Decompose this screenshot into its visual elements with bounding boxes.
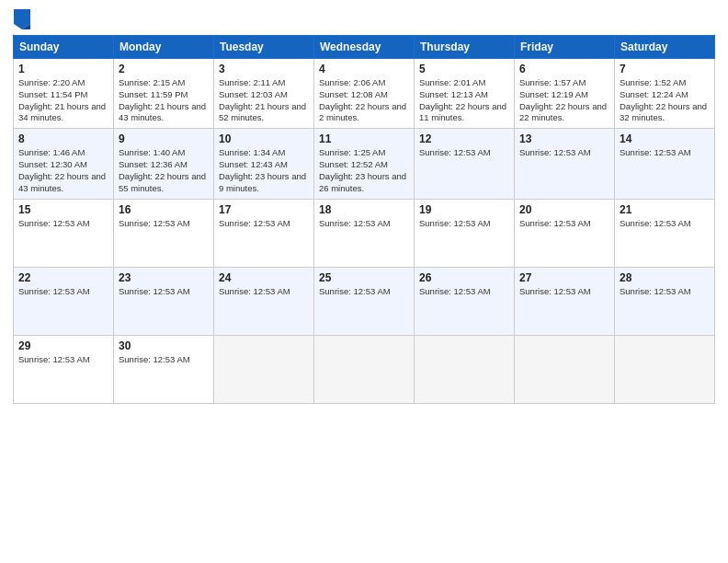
logo-icon [14, 9, 30, 29]
day-info: Sunrise: 12:53 AM [519, 286, 609, 298]
calendar-cell: 9Sunrise: 1:40 AM Sunset: 12:36 AM Dayli… [114, 129, 214, 199]
calendar-cell [314, 335, 415, 403]
day-number: 10 [219, 132, 309, 145]
day-header-monday: Monday [114, 36, 214, 59]
day-info: Sunrise: 12:53 AM [319, 286, 409, 298]
calendar-cell: 28Sunrise: 12:53 AM [615, 267, 715, 335]
calendar-cell: 11Sunrise: 1:25 AM Sunset: 12:52 AM Dayl… [314, 129, 415, 199]
calendar-cell: 30Sunrise: 12:53 AM [114, 335, 214, 403]
calendar-cell: 6Sunrise: 1:57 AM Sunset: 12:19 AM Dayli… [515, 59, 615, 129]
day-number: 7 [620, 63, 710, 75]
calendar-cell: 18Sunrise: 12:53 AM [314, 199, 415, 267]
day-number: 12 [419, 132, 509, 145]
calendar-cell [415, 335, 515, 403]
day-info: Sunrise: 1:57 AM Sunset: 12:19 AM Daylig… [519, 77, 609, 124]
week-row: 22Sunrise: 12:53 AM23Sunrise: 12:53 AM24… [14, 267, 715, 335]
day-header-wednesday: Wednesday [314, 36, 415, 59]
calendar-cell: 4Sunrise: 2:06 AM Sunset: 12:08 AM Dayli… [314, 59, 415, 129]
calendar-cell: 10Sunrise: 1:34 AM Sunset: 12:43 AM Dayl… [214, 129, 314, 199]
calendar-cell: 8Sunrise: 1:46 AM Sunset: 12:30 AM Dayli… [14, 129, 114, 199]
day-number: 14 [620, 132, 710, 145]
calendar-cell: 25Sunrise: 12:53 AM [314, 267, 415, 335]
day-info: Sunrise: 12:53 AM [18, 286, 108, 298]
calendar-cell: 17Sunrise: 12:53 AM [214, 199, 314, 267]
logo [13, 9, 30, 29]
day-info: Sunrise: 12:53 AM [419, 218, 509, 230]
day-info: Sunrise: 2:11 AM Sunset: 12:03 AM Daylig… [219, 77, 309, 124]
day-number: 26 [419, 271, 509, 284]
calendar-header: SundayMondayTuesdayWednesdayThursdayFrid… [14, 36, 715, 59]
calendar-cell: 19Sunrise: 12:53 AM [415, 199, 515, 267]
day-number: 21 [620, 203, 710, 216]
day-header-thursday: Thursday [415, 36, 515, 59]
day-number: 28 [620, 271, 710, 284]
calendar-cell: 7Sunrise: 1:52 AM Sunset: 12:24 AM Dayli… [615, 59, 715, 129]
calendar-cell: 23Sunrise: 12:53 AM [114, 267, 214, 335]
calendar-body: 1Sunrise: 2:20 AM Sunset: 11:54 PM Dayli… [14, 59, 715, 404]
day-info: Sunrise: 12:53 AM [319, 218, 409, 230]
day-info: Sunrise: 2:20 AM Sunset: 11:54 PM Daylig… [18, 77, 108, 124]
day-info: Sunrise: 12:53 AM [219, 218, 309, 230]
day-number: 22 [18, 271, 108, 284]
day-number: 16 [119, 203, 209, 216]
day-info: Sunrise: 1:40 AM Sunset: 12:36 AM Daylig… [119, 147, 209, 194]
day-info: Sunrise: 2:15 AM Sunset: 11:59 PM Daylig… [119, 77, 209, 124]
calendar-cell: 2Sunrise: 2:15 AM Sunset: 11:59 PM Dayli… [114, 59, 214, 129]
calendar-cell: 22Sunrise: 12:53 AM [14, 267, 114, 335]
calendar-cell: 21Sunrise: 12:53 AM [615, 199, 715, 267]
calendar-cell: 3Sunrise: 2:11 AM Sunset: 12:03 AM Dayli… [214, 59, 314, 129]
day-info: Sunrise: 1:25 AM Sunset: 12:52 AM Daylig… [319, 147, 409, 194]
day-number: 18 [319, 203, 409, 216]
calendar-cell [615, 335, 715, 403]
day-info: Sunrise: 12:53 AM [620, 286, 710, 298]
day-number: 24 [219, 271, 309, 284]
day-info: Sunrise: 12:53 AM [419, 286, 509, 298]
day-info: Sunrise: 2:01 AM Sunset: 12:13 AM Daylig… [419, 77, 509, 124]
day-info: Sunrise: 1:34 AM Sunset: 12:43 AM Daylig… [219, 147, 309, 194]
calendar-cell: 12Sunrise: 12:53 AM [415, 129, 515, 199]
calendar-cell: 29Sunrise: 12:53 AM [14, 335, 114, 403]
day-info: Sunrise: 12:53 AM [119, 286, 209, 298]
calendar-cell: 26Sunrise: 12:53 AM [415, 267, 515, 335]
week-row: 1Sunrise: 2:20 AM Sunset: 11:54 PM Dayli… [14, 59, 715, 129]
header [13, 9, 715, 29]
day-number: 1 [18, 63, 108, 75]
calendar-cell: 15Sunrise: 12:53 AM [14, 199, 114, 267]
calendar-cell: 24Sunrise: 12:53 AM [214, 267, 314, 335]
calendar-cell [515, 335, 615, 403]
day-number: 20 [519, 203, 609, 216]
day-number: 6 [519, 63, 609, 75]
day-number: 9 [119, 132, 209, 145]
day-info: Sunrise: 12:53 AM [519, 147, 609, 159]
day-info: Sunrise: 12:53 AM [620, 147, 710, 159]
day-number: 30 [119, 339, 209, 352]
day-info: Sunrise: 12:53 AM [519, 218, 609, 230]
week-row: 29Sunrise: 12:53 AM30Sunrise: 12:53 AM [14, 335, 715, 403]
day-info: Sunrise: 12:53 AM [119, 354, 209, 366]
day-header-tuesday: Tuesday [214, 36, 314, 59]
day-info: Sunrise: 12:53 AM [419, 147, 509, 159]
day-number: 11 [319, 132, 409, 145]
day-number: 13 [519, 132, 609, 145]
calendar-cell: 27Sunrise: 12:53 AM [515, 267, 615, 335]
day-number: 5 [419, 63, 509, 75]
calendar-cell: 1Sunrise: 2:20 AM Sunset: 11:54 PM Dayli… [14, 59, 114, 129]
day-number: 29 [18, 339, 108, 352]
calendar-cell: 16Sunrise: 12:53 AM [114, 199, 214, 267]
day-header-friday: Friday [515, 36, 615, 59]
day-number: 15 [18, 203, 108, 216]
day-number: 8 [18, 132, 108, 145]
day-header-saturday: Saturday [615, 36, 715, 59]
day-header-sunday: Sunday [14, 36, 114, 59]
calendar-cell: 5Sunrise: 2:01 AM Sunset: 12:13 AM Dayli… [415, 59, 515, 129]
day-number: 27 [519, 271, 609, 284]
day-number: 2 [119, 63, 209, 75]
day-info: Sunrise: 12:53 AM [620, 218, 710, 230]
calendar-table: SundayMondayTuesdayWednesdayThursdayFrid… [13, 35, 715, 404]
day-info: Sunrise: 1:46 AM Sunset: 12:30 AM Daylig… [18, 147, 108, 194]
calendar-cell [214, 335, 314, 403]
day-info: Sunrise: 12:53 AM [219, 286, 309, 298]
day-info: Sunrise: 1:52 AM Sunset: 12:24 AM Daylig… [620, 77, 710, 124]
day-info: Sunrise: 2:06 AM Sunset: 12:08 AM Daylig… [319, 77, 409, 124]
day-number: 4 [319, 63, 409, 75]
